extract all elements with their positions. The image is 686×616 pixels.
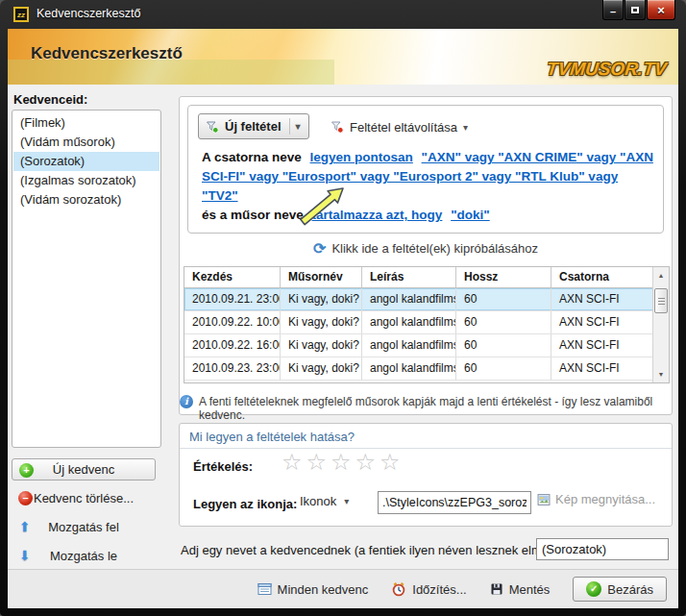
all-favorites-label: Minden kedvenc [278,582,369,597]
close-dialog-label: Bezárás [607,582,653,597]
favorite-item-vidam-sorozatok[interactable]: (Vidám sorozatok) [13,190,159,209]
results-table: Kezdés Műsornév Leírás Hossz Csatorna 20… [184,266,670,383]
column-header-kezdes[interactable]: Kezdés [184,267,281,287]
cell-musornev: Ki vagy, doki? [281,288,362,310]
table-row[interactable]: 2010.09.22. 10:00 Ki vagy, doki? angol k… [184,311,654,334]
chevron-down-icon: ▾ [296,121,301,132]
icon-source-value: Ikonok [300,494,336,508]
window-title: Kedvencszerkesztő [37,7,140,20]
cell-csatorna: AXN SCI-FI [551,357,654,380]
new-condition-label: Új feltétel [225,119,282,134]
channel-operator-link[interactable]: legyen pontosan [310,150,413,164]
favorite-name-input[interactable] [536,538,669,560]
cell-hossz: 60 [456,311,551,333]
app-window: zz Kedvencszerkesztő – × Kedvencszerkesz… [0,0,686,616]
new-condition-button[interactable]: Új feltétel ▾ [198,113,309,139]
icon-path-input[interactable] [378,491,531,514]
footer-bar: Minden kedvenc Időzítés... Mentés [8,569,678,608]
favorite-item-izgalmas-sorozatok[interactable]: (Izgalmas sorozatok) [13,171,159,190]
info-icon: i [180,395,193,408]
icon-source-dropdown[interactable]: Ikonok ▾ [300,494,349,508]
rating-stars[interactable]: ☆☆☆☆☆ [282,449,404,476]
timing-button[interactable]: Időzítés... [391,581,466,597]
test-conditions-link[interactable]: ⟳ Klikk ide a feltétel(ek) kipróbálásáho… [180,241,672,256]
cell-kezdes: 2010.09.23. 23:00 [184,357,281,380]
column-header-csatorna[interactable]: Csatorna [551,267,652,287]
table-row[interactable]: 2010.09.23. 23:00 Ki vagy, doki? angol k… [184,357,654,381]
open-image-label: Kép megnyitása... [555,492,655,506]
channel-prefix-text: A csatorna neve [202,150,302,164]
remove-condition-button[interactable]: Feltétel eltávolítása ▾ [331,116,468,137]
plus-icon: + [19,463,34,478]
move-up-label: Mozgatás fel [48,520,119,534]
column-header-hossz[interactable]: Hossz [456,267,551,287]
table-row[interactable]: 2010.09.22. 16:00 Ki vagy, doki? angol k… [184,334,654,357]
close-button[interactable]: × [647,0,675,20]
header-banner: Kedvencszerkesztő TVMUSOR.TV [8,29,678,85]
rating-label: Értékelés: [193,459,253,474]
test-conditions-label: Klikk ide a feltétel(ek) kipróbálásához [331,241,538,256]
page-title: Kedvencszerkesztő [31,44,183,63]
minus-icon: – [18,491,33,505]
favorite-item-sorozatok[interactable]: (Sorozatok) [13,152,159,171]
cell-csatorna: AXN SCI-FI [551,288,654,310]
move-up-button[interactable]: ⬆ Mozgatás fel [12,516,156,538]
scroll-up-icon[interactable]: ▲ [653,268,669,283]
new-favorite-button[interactable]: + Új kedvenc [12,458,156,480]
column-header-leiras[interactable]: Leírás [362,267,456,287]
table-header-row: Kezdés Műsornév Leírás Hossz Csatorna [184,267,669,288]
close-icon: × [657,3,665,17]
filter-remove-icon [331,120,344,134]
remove-condition-label: Feltétel eltávolítása [350,120,457,135]
title-prefix-text: és a műsor neve [202,208,304,222]
cell-kezdes: 2010.09.21. 23:00 [184,288,281,310]
cell-leiras: angol kalandfilmsor... [362,334,456,357]
timing-label: Időzítés... [412,582,466,597]
title-operator-link[interactable]: tartalmazza azt, hogy [312,208,443,222]
picture-icon [537,493,551,506]
info-text: A fenti feltételeknek megfelelő műsorok … [199,395,672,422]
condition-sentence: A csatorna neve legyen pontosan "AXN" va… [202,148,657,225]
save-button[interactable]: Mentés [490,582,551,597]
cell-musornev: Ki vagy, doki? [281,311,362,333]
column-header-musornev[interactable]: Műsornév [281,267,362,287]
tvmusor-logo: TVMUSOR.TV [546,59,668,80]
cell-hossz: 60 [456,288,551,310]
cell-musornev: Ki vagy, doki? [281,357,362,380]
app-icon-text: zz [17,11,25,19]
titlebar[interactable]: zz Kedvencszerkesztő – × [0,0,686,29]
effect-panel: Mi legyen a feltételek hatása? Értékelés… [179,423,673,527]
cell-csatorna: AXN SCI-FI [551,311,654,333]
table-row[interactable]: 2010.09.21. 23:00 Ki vagy, doki? angol k… [184,288,654,311]
favorite-item-filmek[interactable]: (Filmek) [13,113,159,133]
title-value-link[interactable]: "doki" [451,208,490,222]
open-image-button[interactable]: Kép megnyitása... [537,492,655,506]
favorites-list-label: Kedvenceid: [13,92,87,107]
check-icon: ✓ [586,581,601,597]
condition-editor-box: Új feltétel ▾ Feltétel eltávolítása ▾ A … [187,105,664,234]
new-favorite-label: Új kedvenc [53,462,114,477]
close-dialog-button[interactable]: ✓ Bezárás [573,577,667,602]
maximize-button[interactable] [625,0,646,20]
move-down-button[interactable]: ⬇ Mozgatás le [12,545,156,567]
refresh-icon: ⟳ [313,242,326,256]
cell-leiras: angol kalandfilmsor... [362,311,456,333]
favorite-item-vidam-musorok[interactable]: (Vidám műsorok) [13,133,159,152]
delete-favorite-label: Kedvenc törlése... [34,491,134,505]
minimize-icon: – [610,6,616,17]
cell-csatorna: AXN SCI-FI [551,334,654,357]
favorites-listbox[interactable]: (Filmek) (Vidám műsorok) (Sorozatok) (Iz… [12,110,161,448]
cell-kezdes: 2010.09.22. 16:00 [184,334,281,357]
list-window-icon [257,582,272,596]
alarm-clock-icon [391,581,406,597]
all-favorites-button[interactable]: Minden kedvenc [257,582,369,597]
scrollbar-thumb[interactable] [654,288,668,313]
conditions-panel: Új feltétel ▾ Feltétel eltávolítása ▾ A … [179,96,673,415]
delete-favorite-button[interactable]: – Kedvenc törlése... [12,487,156,509]
move-down-label: Mozgatás le [50,549,117,563]
effect-panel-title: Mi legyen a feltételek hatása? [180,424,672,449]
minimize-button[interactable]: – [602,0,624,20]
table-scrollbar[interactable]: ▲ ▼ [652,267,669,382]
button-divider [289,118,290,135]
scroll-down-icon[interactable]: ▼ [653,367,669,382]
